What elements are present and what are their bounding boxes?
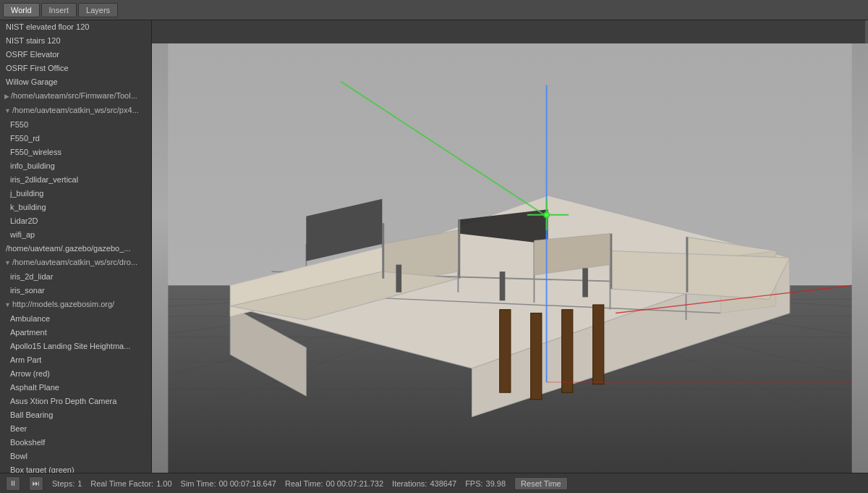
- sidebar-item-8[interactable]: F550_rd: [0, 132, 151, 146]
- 3d-scene[interactable]: [152, 43, 868, 473]
- svg-rect-37: [382, 223, 384, 278]
- sidebar-item-13[interactable]: k_building: [0, 201, 151, 214]
- sim-time: Sim Time: 00 00:07:18.647: [181, 479, 276, 488]
- steps-value: 1: [77, 479, 82, 488]
- svg-rect-42: [500, 271, 506, 300]
- sidebar-item-7[interactable]: F550: [0, 118, 151, 132]
- fps: FPS: 39.98: [465, 479, 506, 488]
- main-area: NIST elevated floor 120NIST stairs 120OS…: [0, 20, 868, 473]
- sidebar-item-31[interactable]: Bowl: [0, 450, 151, 463]
- sidebar-item-25[interactable]: Arrow (red): [0, 367, 151, 381]
- realtime-factor: Real Time Factor: 1.00: [90, 479, 171, 488]
- sidebar-item-0[interactable]: NIST elevated floor 120: [0, 20, 151, 34]
- sidebar-folder-6[interactable]: ▼/home/uavteam/catkin_ws/src/px4...: [0, 104, 151, 118]
- svg-rect-40: [686, 237, 689, 292]
- sidebar-item-21[interactable]: Ambulance: [0, 312, 151, 326]
- sidebar-item-22[interactable]: Apartment: [0, 326, 151, 340]
- sidebar-item-15[interactable]: wifi_ap: [0, 228, 151, 242]
- svg-rect-41: [396, 265, 401, 292]
- sidebar-item-14[interactable]: Lidar2D: [0, 214, 151, 228]
- reset-time-button[interactable]: Reset Time: [514, 477, 568, 490]
- step-button[interactable]: ⏭: [29, 476, 43, 491]
- svg-rect-50: [562, 310, 573, 393]
- sidebar-folder-5[interactable]: ▶/home/uavteam/src/Firmware/Tool...: [0, 89, 151, 104]
- svg-point-55: [545, 213, 549, 217]
- sidebar-folder-20[interactable]: ▼http://models.gazebosim.org/: [0, 298, 151, 312]
- sidebar-item-26[interactable]: Asphalt Plane: [0, 381, 151, 395]
- iterations-value: 438647: [430, 479, 456, 488]
- sidebar-item-30[interactable]: Bookshelf: [0, 436, 151, 450]
- sidebar-item-9[interactable]: F550_wireless: [0, 146, 151, 159]
- sidebar-item-2[interactable]: OSRF Elevator: [0, 48, 151, 62]
- sidebar-tree: NIST elevated floor 120NIST stairs 120OS…: [0, 20, 151, 473]
- sidebar-item-10[interactable]: info_building: [0, 159, 151, 173]
- svg-rect-51: [593, 305, 604, 384]
- pause-button[interactable]: ⏸: [6, 476, 20, 491]
- sidebar-item-16[interactable]: /home/uavteam/.gazebo/gazebo_...: [0, 242, 151, 256]
- svg-rect-39: [610, 234, 612, 289]
- svg-rect-49: [531, 313, 542, 399]
- sidebar-item-12[interactable]: j_building: [0, 187, 151, 201]
- status-bar: ⏸ ⏭ Steps: 1 Real Time Factor: 1.00 Sim …: [0, 473, 868, 493]
- sidebar-item-32[interactable]: Box target (green): [0, 463, 151, 473]
- steps-label: Steps:: [52, 479, 75, 488]
- viewport[interactable]: ↖ ✛ ↻ ⤢ ↩ ↪ □ ○ ⬭ ✦ ✧ ☀ 📷 ⏺ ▱ ⬡ ⟳ ■: [152, 43, 868, 473]
- svg-rect-43: [582, 268, 588, 297]
- real-time-value: 00 00:07:21.732: [326, 479, 384, 488]
- realtime-factor-value: 1.00: [156, 479, 171, 488]
- tab-layers[interactable]: Layers: [78, 3, 118, 17]
- sidebar-item-3[interactable]: OSRF First Office: [0, 62, 151, 75]
- real-time: Real Time: 00 00:07:21.732: [285, 479, 383, 488]
- sidebar-item-4[interactable]: Willow Garage: [0, 75, 151, 89]
- sidebar-item-27[interactable]: Asus Xtion Pro Depth Camera: [0, 395, 151, 408]
- iterations: Iterations: 438647: [392, 479, 456, 488]
- sidebar[interactable]: NIST elevated floor 120NIST stairs 120OS…: [0, 20, 152, 473]
- sidebar-folder-17[interactable]: ▼/home/uavteam/catkin_ws/src/dro...: [0, 256, 151, 270]
- sidebar-item-19[interactable]: iris_sonar: [0, 284, 151, 298]
- svg-rect-48: [500, 310, 511, 393]
- sidebar-item-24[interactable]: Arm Part: [0, 353, 151, 367]
- sidebar-item-29[interactable]: Beer: [0, 422, 151, 436]
- sim-time-value: 00 00:07:18.647: [218, 479, 276, 488]
- tab-world[interactable]: World: [3, 3, 40, 17]
- sidebar-item-18[interactable]: iris_2d_lidar: [0, 270, 151, 284]
- svg-rect-38: [458, 220, 460, 279]
- iterations-label: Iterations:: [392, 479, 427, 488]
- realtime-factor-label: Real Time Factor:: [90, 479, 153, 488]
- top-tabs: World Insert Layers: [0, 0, 868, 20]
- fps-label: FPS:: [465, 479, 482, 488]
- steps-indicator: Steps: 1: [52, 479, 82, 488]
- sidebar-item-11[interactable]: iris_2dlidar_vertical: [0, 173, 151, 187]
- sidebar-item-1[interactable]: NIST stairs 120: [0, 34, 151, 48]
- real-time-label: Real Time:: [285, 479, 323, 488]
- fps-value: 39.98: [486, 479, 506, 488]
- sim-time-label: Sim Time:: [181, 479, 216, 488]
- tab-insert[interactable]: Insert: [41, 3, 77, 17]
- sidebar-item-28[interactable]: Ball Bearing: [0, 408, 151, 422]
- sidebar-item-23[interactable]: Apollo15 Landing Site Heightma...: [0, 340, 151, 353]
